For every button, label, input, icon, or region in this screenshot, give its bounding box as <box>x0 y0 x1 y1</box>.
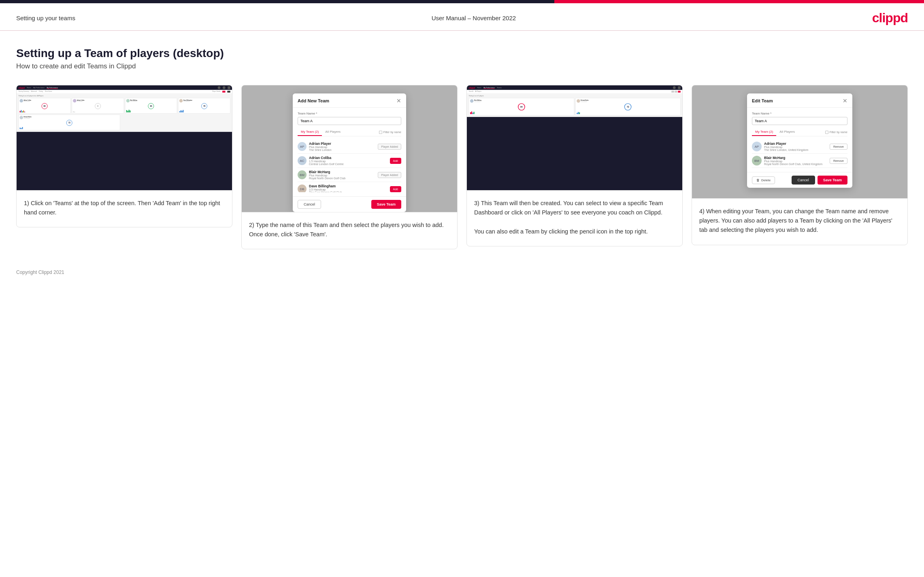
modal-edit-header: Edit Team ✕ <box>747 93 852 108</box>
card-2: Add New Team ✕ Team Name * My Team (2) A… <box>241 85 458 249</box>
card-3-description-2: You can also edit a Team by clicking the… <box>474 228 648 235</box>
copyright-text: Copyright Clippd 2021 <box>16 269 64 275</box>
modal-add-body: Team Name * My Team (2) All Players Filt… <box>293 108 406 196</box>
modal-add-footer: Cancel Save Team <box>293 196 406 212</box>
card-1: clippd Home My Performance My Performanc… <box>16 85 232 227</box>
player-name-3: Blair McHarg <box>309 170 375 174</box>
edit-player-row-2: BM Blair McHarg Plus HandicapRoyal North… <box>752 154 847 168</box>
edit-player-info-1: Adrian Player Plus HandicapThe Shire Lon… <box>764 142 827 151</box>
edit-player-club-2: Plus HandicapRoyal North Devon Golf Club… <box>764 160 827 165</box>
page-subtitle: How to create and edit Teams in Clippd <box>16 62 908 70</box>
edit-modal-tabs: My Team (2) All Players Filter by name <box>752 128 847 136</box>
player-name-1: Adrian Player <box>309 142 375 146</box>
filter-by-name[interactable]: Filter by name <box>379 128 401 136</box>
main-content: Setting up a Team of players (desktop) H… <box>0 31 924 261</box>
card-3-description: 3) This Team will then be created. You c… <box>474 200 663 216</box>
header: Setting up your teams User Manual – Nove… <box>0 3 924 31</box>
avatar-2: AC <box>298 156 307 165</box>
modal-edit-title: Edit Team <box>752 98 773 103</box>
player-club-4: 3.5 HandicapThe Gog Magog Golf Club <box>309 188 387 192</box>
save-team-edit-button[interactable]: Save Team <box>818 176 847 185</box>
tab-my-team[interactable]: My Team (2) <box>298 128 322 136</box>
screenshot-4: Edit Team ✕ Team Name * My Team (2) All … <box>692 85 907 199</box>
modal-tabs: My Team (2) All Players Filter by name <box>298 128 401 136</box>
player-info-2: Adrian Coliba 1.5 HandicapCentral London… <box>309 156 387 165</box>
player-row-1: AP Adrian Player Plus HandicapThe Shire … <box>298 140 401 154</box>
modal-add-header: Add New Team ✕ <box>293 93 406 108</box>
remove-player-1-button[interactable]: Remove <box>830 144 847 150</box>
header-center: User Manual – November 2022 <box>432 15 516 21</box>
logo: clippd <box>872 11 908 25</box>
edit-player-name-1: Adrian Player <box>764 142 827 146</box>
edit-player-info-2: Blair McHarg Plus HandicapRoyal North De… <box>764 156 827 165</box>
save-team-button[interactable]: Save Team <box>371 200 401 209</box>
footer: Copyright Clippd 2021 <box>0 261 924 279</box>
edit-player-row-1: AP Adrian Player Plus HandicapThe Shire … <box>752 140 847 154</box>
cards-row: clippd Home My Performance My Performanc… <box>16 85 908 249</box>
header-left: Setting up your teams <box>16 15 75 21</box>
team-name-input[interactable] <box>298 117 401 125</box>
card-3: clippd Home My Performance Teams Team A … <box>466 85 683 246</box>
edit-tab-all-players[interactable]: All Players <box>776 128 798 136</box>
avatar-3: BM <box>298 170 307 179</box>
cancel-button[interactable]: Cancel <box>298 200 321 209</box>
remove-player-2-button[interactable]: Remove <box>830 158 847 164</box>
edit-modal-footer: 🗑 Delete Cancel Save Team <box>747 172 852 188</box>
player-list: AP Adrian Player Plus HandicapThe Shire … <box>298 140 401 192</box>
edit-team-name-input[interactable] <box>752 117 847 125</box>
screenshot-1: clippd Home My Performance My Performanc… <box>17 85 232 191</box>
player-row-3: BM Blair McHarg Plus HandicapRoyal North… <box>298 168 401 182</box>
player-row-2: AC Adrian Coliba 1.5 HandicapCentral Lon… <box>298 154 401 168</box>
edit-avatar-1: AP <box>752 142 762 151</box>
avatar-4: DB <box>298 185 307 192</box>
edit-filter-by-name[interactable]: Filter by name <box>825 128 847 136</box>
tab-all-players[interactable]: All Players <box>322 128 344 136</box>
trash-icon: 🗑 <box>756 178 760 182</box>
screenshot-2: Add New Team ✕ Team Name * My Team (2) A… <box>242 85 457 212</box>
player-club-2: 1.5 HandicapCentral London Golf Centre <box>309 160 387 165</box>
delete-team-button[interactable]: 🗑 Delete <box>752 176 775 184</box>
close-edit-icon[interactable]: ✕ <box>843 98 847 104</box>
modal-edit-body: Team Name * My Team (2) All Players Filt… <box>747 108 852 172</box>
player-info-1: Adrian Player Plus HandicapThe Shire Lon… <box>309 142 375 151</box>
player-action-3[interactable]: Player Added <box>378 172 401 178</box>
top-bar <box>0 0 924 3</box>
edit-player-club-1: Plus HandicapThe Shire London, United Ki… <box>764 146 827 151</box>
player-club-1: Plus HandicapThe Shire London <box>309 146 375 151</box>
player-info-4: Dave Billingham 3.5 HandicapThe Gog Mago… <box>309 184 387 192</box>
card-2-text: 2) Type the name of this Team and then s… <box>242 212 457 249</box>
card-4: Edit Team ✕ Team Name * My Team (2) All … <box>692 85 908 245</box>
card-1-text: 1) Click on 'Teams' at the top of the sc… <box>17 191 232 227</box>
screenshot-3: clippd Home My Performance Teams Team A … <box>467 85 682 191</box>
avatar-1: AP <box>298 142 307 151</box>
edit-avatar-2: BM <box>752 156 762 165</box>
player-name-2: Adrian Coliba <box>309 156 387 160</box>
edit-tab-my-team[interactable]: My Team (2) <box>752 128 776 136</box>
modal-add-title: Add New Team <box>298 98 329 103</box>
player-info-3: Blair McHarg Plus HandicapRoyal North De… <box>309 170 375 180</box>
modal-edit-team: Edit Team ✕ Team Name * My Team (2) All … <box>747 93 852 188</box>
player-action-4[interactable]: Add <box>390 186 401 192</box>
modal-add-team: Add New Team ✕ Team Name * My Team (2) A… <box>293 93 406 212</box>
player-action-1[interactable]: Player Added <box>378 144 401 150</box>
edit-team-name-label: Team Name * <box>752 112 847 115</box>
player-action-2[interactable]: Add <box>390 158 401 164</box>
edit-player-name-2: Blair McHarg <box>764 156 827 160</box>
card-4-text: 4) When editing your Team, you can chang… <box>692 199 907 245</box>
edit-footer-actions: Cancel Save Team <box>792 176 847 185</box>
close-icon[interactable]: ✕ <box>396 98 401 104</box>
page-title: Setting up a Team of players (desktop) <box>16 47 908 60</box>
team-name-label: Team Name * <box>298 112 401 115</box>
player-club-3: Plus HandicapRoyal North Devon Golf Club <box>309 174 375 180</box>
player-name-4: Dave Billingham <box>309 184 387 188</box>
card-3-text: 3) This Team will then be created. You c… <box>467 191 682 246</box>
edit-cancel-button[interactable]: Cancel <box>792 176 815 185</box>
player-row-4: DB Dave Billingham 3.5 HandicapThe Gog M… <box>298 182 401 192</box>
